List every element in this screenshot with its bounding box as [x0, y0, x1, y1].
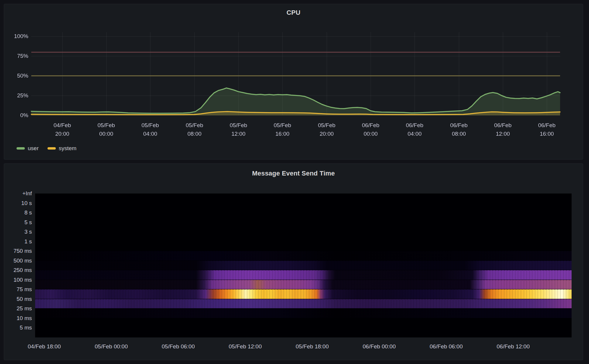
- cpu-x-tick-label: 06/Feb04:00: [395, 121, 434, 138]
- cpu-x-tick-label: 05/Feb00:00: [87, 121, 125, 138]
- user-series-swatch-icon: [17, 147, 25, 150]
- legend-label-user: user: [28, 145, 39, 152]
- cpu-x-tick-label: 05/Feb16:00: [263, 121, 302, 138]
- heatmap-y-tick-label: 500 ms: [4, 257, 32, 264]
- cpu-y-tick-label: 100%: [4, 33, 28, 40]
- cpu-x-tick-label: 06/Feb00:00: [351, 121, 390, 138]
- heatmap-y-tick-label: 10 s: [4, 200, 32, 207]
- heatmap-x-tick-label: 06/Feb 12:00: [487, 343, 540, 350]
- heatmap-y-tick-label: 8 s: [4, 209, 32, 216]
- heatmap-x-tick-label: 06/Feb 00:00: [353, 343, 406, 350]
- heatmap-y-tick-label: +Inf: [4, 190, 32, 197]
- heatmap-y-tick-label: 100 ms: [4, 276, 32, 283]
- legend-item-system[interactable]: system: [48, 145, 76, 152]
- cpu-x-tick-label: 05/Feb08:00: [175, 121, 214, 138]
- heatmap-x-tick-label: 04/Feb 18:00: [18, 343, 71, 350]
- cpu-panel: CPU 0%25%50%75%100%04/Feb20:0005/Feb00:0…: [4, 4, 583, 160]
- cpu-x-tick-label: 06/Feb16:00: [528, 121, 566, 138]
- heatmap-x-tick-label: 05/Feb 12:00: [219, 343, 272, 350]
- cpu-x-tick-label: 05/Feb04:00: [131, 121, 169, 138]
- system-series-swatch-icon: [48, 147, 56, 150]
- cpu-x-tick-label: 04/Feb20:00: [43, 121, 81, 138]
- cpu-x-tick-label: 06/Feb12:00: [484, 121, 522, 138]
- legend-item-user[interactable]: user: [17, 145, 39, 152]
- heatmap-x-tick-label: 06/Feb 06:00: [420, 343, 473, 350]
- heatmap-y-tick-label: 5 ms: [4, 324, 32, 331]
- heatmap-y-tick-label: 250 ms: [4, 267, 32, 274]
- cpu-y-tick-label: 50%: [4, 72, 28, 79]
- heatmap-y-tick-label: 10 ms: [4, 315, 32, 322]
- cpu-y-tick-label: 75%: [4, 53, 28, 60]
- heatmap-y-tick-label: 75 ms: [4, 286, 32, 293]
- heatmap-y-tick-label: 750 ms: [4, 247, 32, 255]
- heatmap-y-tick-label: 1 s: [4, 238, 32, 245]
- cpu-x-tick-label: 05/Feb20:00: [307, 121, 346, 138]
- cpu-y-tick-label: 25%: [4, 92, 28, 99]
- cpu-x-tick-label: 06/Feb08:00: [440, 121, 478, 138]
- heatmap-x-tick-label: 05/Feb 18:00: [286, 343, 339, 350]
- heatmap-x-tick-label: 05/Feb 06:00: [152, 343, 205, 350]
- heatmap-canvas[interactable]: [35, 194, 572, 337]
- heatmap-y-tick-label: 50 ms: [4, 296, 32, 303]
- cpu-y-tick-label: 0%: [4, 112, 28, 119]
- legend-label-system: system: [59, 145, 76, 152]
- heatmap-y-tick-label: 25 ms: [4, 305, 32, 312]
- cpu-legend: user system: [17, 145, 76, 152]
- heatmap-y-tick-label: 3 s: [4, 228, 32, 235]
- heatmap-y-tick-label: 5 s: [4, 219, 32, 226]
- cpu-x-tick-label: 05/Feb12:00: [219, 121, 258, 138]
- heatmap-panel-title[interactable]: Message Event Send Time: [4, 170, 583, 177]
- heatmap-panel: Message Event Send Time +Inf10 s8 s5 s3 …: [4, 163, 583, 360]
- heatmap-x-tick-label: 05/Feb 00:00: [85, 343, 138, 350]
